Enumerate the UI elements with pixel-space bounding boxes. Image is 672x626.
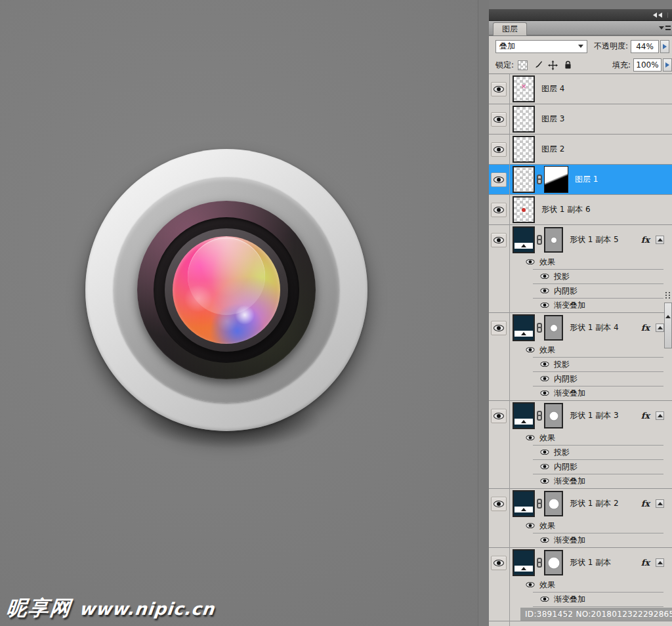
effect-row[interactable]: 投影 <box>489 269 672 283</box>
effect-row[interactable]: 渐变叠加 <box>489 386 672 400</box>
layer-thumbnail[interactable] <box>513 166 535 193</box>
layer-row[interactable]: ×图层 4 <box>489 74 672 104</box>
lock-position-icon[interactable] <box>548 60 558 70</box>
eye-icon[interactable] <box>540 303 549 308</box>
fill-slider-button[interactable] <box>663 58 672 72</box>
layer-name[interactable]: 形状 1 副本 5 <box>570 234 619 245</box>
eye-icon[interactable] <box>540 464 549 469</box>
eye-icon[interactable] <box>540 537 549 543</box>
visibility-toggle[interactable] <box>491 556 507 570</box>
layer-row[interactable]: 图层 1 <box>489 165 672 194</box>
layer-name[interactable]: 形状 1 副本 2 <box>570 498 619 509</box>
layer-fx-badge[interactable]: fx <box>641 235 650 245</box>
layer-fx-badge[interactable]: fx <box>641 558 650 568</box>
layer-name[interactable]: 图层 1 <box>575 174 598 185</box>
opacity-slider-button[interactable] <box>660 40 669 53</box>
eye-icon[interactable] <box>540 596 549 602</box>
visibility-toggle[interactable] <box>491 173 507 187</box>
lock-all-icon[interactable] <box>563 60 573 70</box>
layer-thumbnail[interactable] <box>513 226 535 253</box>
effects-header-row[interactable]: 效果 <box>489 577 672 592</box>
visibility-toggle[interactable] <box>491 82 507 96</box>
layer-row[interactable]: 形状 1 副本 5fx <box>489 225 672 255</box>
layer-thumbnail[interactable] <box>513 196 535 223</box>
layer-name[interactable]: 形状 1 副本 <box>570 557 611 568</box>
eye-icon[interactable] <box>526 347 534 352</box>
effect-row[interactable]: 渐变叠加 <box>489 298 672 312</box>
visibility-toggle[interactable] <box>491 497 507 511</box>
layer-name[interactable]: 图层 4 <box>541 83 564 94</box>
layer-row[interactable]: 图层 2 <box>489 135 672 164</box>
layer-thumbnail[interactable] <box>513 106 535 133</box>
collapse-effects-button[interactable] <box>656 323 664 332</box>
effect-row[interactable]: 内阴影 <box>489 283 672 298</box>
layer-thumbnail[interactable] <box>513 402 535 429</box>
layer-mask-thumbnail[interactable] <box>544 166 568 193</box>
layer-row[interactable]: 形状 1 副本 2fx <box>489 489 672 518</box>
layer-fx-badge[interactable]: fx <box>641 411 650 421</box>
tab-layers[interactable]: 图层 <box>493 22 527 35</box>
layer-name[interactable]: 图层 3 <box>541 114 564 125</box>
layer-name[interactable]: 形状 1 副本 6 <box>541 204 591 215</box>
layer-mask-thumbnail[interactable] <box>544 315 563 341</box>
layer-name[interactable]: 形状 1 副本 4 <box>570 322 619 333</box>
effect-row[interactable]: 投影 <box>489 357 672 371</box>
fill-input[interactable]: 100% <box>633 58 662 72</box>
eye-icon[interactable] <box>526 259 534 264</box>
visibility-toggle[interactable] <box>491 112 507 127</box>
layer-row[interactable]: 形状 1 副本fx <box>489 548 672 577</box>
eye-icon[interactable] <box>540 376 549 381</box>
lock-pixels-brush-icon[interactable] <box>533 60 543 70</box>
layer-thumbnail[interactable]: × <box>513 75 535 102</box>
layer-thumbnail[interactable] <box>513 549 535 576</box>
collapse-effects-button[interactable] <box>656 411 664 420</box>
collapse-effects-button[interactable] <box>656 499 664 508</box>
effect-row[interactable]: 渐变叠加 <box>489 533 672 547</box>
layer-row[interactable]: 形状 1 副本 6 <box>489 195 672 224</box>
eye-icon[interactable] <box>526 523 534 528</box>
layer-mask-thumbnail[interactable] <box>544 403 563 428</box>
layer-thumbnail[interactable] <box>513 314 535 341</box>
eye-icon[interactable] <box>540 288 549 293</box>
layer-row[interactable]: 图层 3 <box>489 104 672 134</box>
effects-header-row[interactable]: 效果 <box>489 255 672 269</box>
visibility-toggle[interactable] <box>491 233 507 247</box>
layer-fx-badge[interactable]: fx <box>641 323 650 333</box>
layer-name[interactable]: 形状 1 副本 3 <box>570 410 619 421</box>
layer-fx-badge[interactable]: fx <box>641 499 650 509</box>
layer-mask-thumbnail[interactable] <box>544 227 563 253</box>
effect-row[interactable]: 内阴影 <box>489 459 672 474</box>
collapse-panels-icon[interactable] <box>653 12 668 18</box>
visibility-toggle[interactable] <box>491 203 507 217</box>
layer-thumbnail[interactable] <box>513 136 535 163</box>
eye-icon[interactable] <box>540 274 549 279</box>
visibility-toggle[interactable] <box>491 409 507 423</box>
layer-row[interactable]: 形状 1 副本 4fx <box>489 313 672 343</box>
panel-scrollbar[interactable] <box>664 292 672 348</box>
document-canvas[interactable]: 昵享网 www.nipic.cn <box>0 0 478 626</box>
eye-icon[interactable] <box>540 362 549 367</box>
eye-icon[interactable] <box>540 478 549 484</box>
effects-header-row[interactable]: 效果 <box>489 430 672 445</box>
effect-row[interactable]: 渐变叠加 <box>489 592 672 606</box>
panel-resize-grip-icon[interactable] <box>665 292 671 299</box>
effect-row[interactable]: 渐变叠加 <box>489 474 672 488</box>
layer-row[interactable]: 形状 1 副本 3fx <box>489 401 672 430</box>
visibility-toggle[interactable] <box>491 142 507 157</box>
layer-mask-thumbnail[interactable] <box>544 550 563 575</box>
layer-mask-thumbnail[interactable] <box>544 491 563 516</box>
layer-name[interactable]: 图层 2 <box>541 144 564 155</box>
opacity-input[interactable]: 44% <box>631 40 659 53</box>
effect-row[interactable]: 内阴影 <box>489 371 672 386</box>
scrollbar-thumb[interactable] <box>664 303 672 348</box>
blend-mode-select[interactable]: 叠加 <box>495 40 587 53</box>
layer-thumbnail[interactable] <box>513 490 535 517</box>
eye-icon[interactable] <box>540 449 549 455</box>
visibility-toggle[interactable] <box>491 321 507 335</box>
effect-row[interactable]: 投影 <box>489 445 672 459</box>
effects-header-row[interactable]: 效果 <box>489 343 672 357</box>
panel-menu-icon[interactable] <box>659 26 671 30</box>
eye-icon[interactable] <box>526 435 534 440</box>
eye-icon[interactable] <box>526 582 534 587</box>
collapse-effects-button[interactable] <box>656 236 664 244</box>
